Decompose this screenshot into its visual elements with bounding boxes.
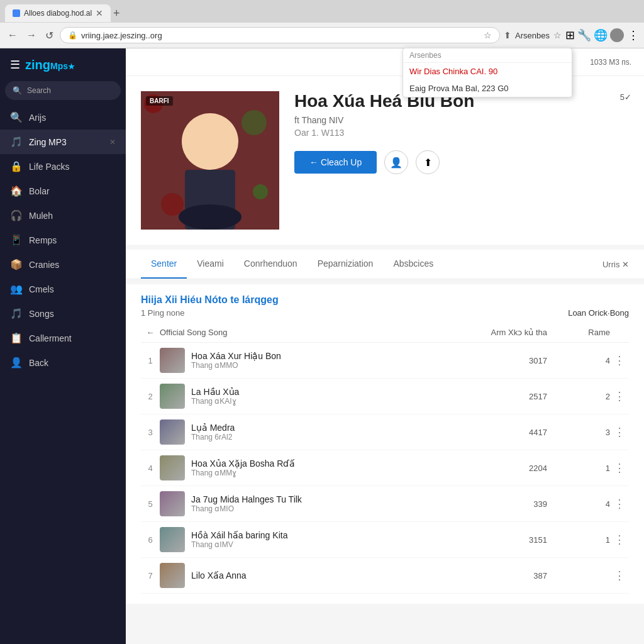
app-container: ☰ zingMps★ 🔍 Search 🔍 Arijs 🎵 Zing MP3 ✕… xyxy=(0,48,644,644)
sidebar-item-bolar[interactable]: 🏠 Bolar xyxy=(0,179,126,203)
user-icon-button[interactable]: 👤 xyxy=(384,150,408,174)
refresh-button[interactable]: ↺ xyxy=(43,27,56,44)
sidebar-item-label: Remps xyxy=(29,235,57,245)
share-icon[interactable]: ⬆ xyxy=(504,30,511,40)
col-plays-header: Arm Xkɔ kủ tha xyxy=(484,328,560,337)
cranies-icon: 📦 xyxy=(10,258,23,270)
tab-senter[interactable]: Senter xyxy=(141,250,187,279)
song-details: Hoa Xủa Xặja Bosha Rɗấ Thang ɑMMɣ xyxy=(191,458,484,477)
tab-conrhenduon[interactable]: Conrhenduon xyxy=(234,250,308,279)
menu-dots[interactable]: ⋮ xyxy=(628,28,639,42)
sidebar-item-label: Life Packs xyxy=(29,162,70,172)
song-plays: 339 xyxy=(484,499,560,509)
back-arrow-icon[interactable]: ← xyxy=(147,328,155,337)
follow-button[interactable]: ← Cleach Up xyxy=(294,151,377,174)
url-text: vriing.jaez.jeszing..org xyxy=(81,31,480,40)
tab-peparniziation[interactable]: Peparniziation xyxy=(308,250,384,279)
song-rows-container: 1 Hoa Xáa Xur Hiậu Bon Thang ɑMMO 3017 4… xyxy=(141,343,629,594)
sidebar-item-label: Zing MP3 xyxy=(29,137,67,147)
song-details: Hoa Xáa Xur Hiậu Bon Thang ɑMMO xyxy=(191,351,484,370)
song-more-button[interactable]: ⋮ xyxy=(610,353,629,367)
meta-count: 1 Ping none xyxy=(141,308,184,318)
favorites-icon[interactable]: ☆ xyxy=(553,30,562,40)
song-details: La Hầu Xủa Thang ɑKAIɣ xyxy=(191,387,484,406)
sidebar-item-label: Bolar xyxy=(29,186,50,196)
sidebar-item-arijs[interactable]: 🔍 Arijs xyxy=(0,105,126,130)
svg-point-5 xyxy=(242,110,267,135)
song-more-button[interactable]: ⋮ xyxy=(610,533,629,547)
artist-image: BARFI xyxy=(141,91,279,230)
artist-section: BARFI Hoa Xúa Heá Biu Bon ft Thang NIV O… xyxy=(126,76,644,245)
address-bar[interactable]: 🔒 vriing.jaez.jeszing..org ☆ xyxy=(60,27,500,43)
song-artist: Thang ɑIMV xyxy=(191,540,484,549)
sidebar-item-callerment[interactable]: 📋 Callerment xyxy=(0,326,126,350)
bookmark-icon[interactable]: ☆ xyxy=(484,30,492,40)
song-details: Lilo Xấa Anna xyxy=(191,570,484,580)
sidebar-item-songs[interactable]: 🎵 Songs xyxy=(0,301,126,326)
song-more-button[interactable]: ⋮ xyxy=(610,569,629,582)
zingmp3-icon: 🎵 xyxy=(10,136,23,148)
meta-count-text: 1 Ping none xyxy=(141,308,184,318)
sidebar-item-lifepacks[interactable]: 🔒 Life Packs xyxy=(0,154,126,179)
song-more-button[interactable]: ⋮ xyxy=(610,389,629,403)
lifepacks-icon: 🔒 xyxy=(10,160,23,172)
section-title: Hiija Xii Hiéu Nóto te Iárqgeg xyxy=(141,294,629,306)
tab-vieami[interactable]: Vieami xyxy=(187,250,234,279)
sidebar-item-remps[interactable]: 📱 Remps xyxy=(0,228,126,252)
profile-avatar[interactable] xyxy=(610,28,624,42)
logo: zingMps★ xyxy=(25,58,75,72)
sidebar-item-muleh[interactable]: 🎧 Muleh xyxy=(0,203,126,228)
table-row[interactable]: 6 Hồà Xáil hấa baring Kita Thang ɑIMV 31… xyxy=(141,522,629,558)
user-icon: 👤 xyxy=(390,157,402,169)
table-row[interactable]: 1 Hoa Xáa Xur Hiậu Bon Thang ɑMMO 3017 4… xyxy=(141,343,629,379)
col-rame-header: Rame xyxy=(560,328,610,337)
song-more-button[interactable]: ⋮ xyxy=(610,497,629,511)
table-row[interactable]: 4 Hoa Xủa Xặja Bosha Rɗấ Thang ɑMMɣ 2204… xyxy=(141,450,629,486)
sidebar-item-zingmp3[interactable]: 🎵 Zing MP3 ✕ xyxy=(0,130,126,154)
song-number: 7 xyxy=(141,571,160,580)
song-artist: Thang 6rAl2 xyxy=(191,433,484,441)
autocomplete-item-1[interactable]: Eaig Prova Ma Bal, 223 G0 xyxy=(403,80,572,97)
song-list-section: Hiija Xii Hiéu Nóto te Iárqgeg 1 Ping no… xyxy=(126,284,644,604)
song-more-button[interactable]: ⋮ xyxy=(610,425,629,439)
song-details: Lụả Medra Thang 6rAl2 xyxy=(191,423,484,441)
song-thumbnail xyxy=(160,419,185,445)
sidebar-item-label: Back xyxy=(29,358,48,368)
table-row[interactable]: 2 La Hầu Xủa Thang ɑKAIɣ 2517 2 ⋮ xyxy=(141,379,629,414)
autocomplete-label: Arsenbes xyxy=(403,48,572,63)
hamburger-icon[interactable]: ☰ xyxy=(10,58,20,72)
song-plays: 4417 xyxy=(484,428,560,437)
callerment-icon: 📋 xyxy=(10,332,23,344)
song-rame: 3 xyxy=(560,428,610,437)
song-more-button[interactable]: ⋮ xyxy=(610,461,629,475)
song-title: Hoa Xáa Xur Hiậu Bon xyxy=(191,351,484,361)
back-icon: 👤 xyxy=(10,357,23,369)
table-row[interactable]: 7 Lilo Xấa Anna 387 ⋮ xyxy=(141,558,629,594)
forward-button[interactable]: → xyxy=(24,27,39,43)
tab-absbcices[interactable]: Absbcices xyxy=(383,250,443,279)
song-plays: 2204 xyxy=(484,464,560,473)
new-tab-button[interactable]: + xyxy=(113,7,120,20)
meta-right: Loan Orick·Bong xyxy=(568,308,629,318)
autocomplete-item-0[interactable]: Wir Dias Chinka CAI. 90 xyxy=(403,63,572,80)
sidebar-item-close[interactable]: ✕ xyxy=(109,138,116,147)
sidebar-item-label: Callerment xyxy=(29,333,72,343)
sidebar-item-cmels[interactable]: 👥 Cmels xyxy=(0,277,126,301)
ext-icon-2[interactable]: 🔧 xyxy=(577,28,591,42)
section-meta: 1 Ping none Loan Orick·Bong xyxy=(141,308,629,318)
ext-icon-3[interactable]: 🌐 xyxy=(594,28,608,42)
back-button[interactable]: ← xyxy=(5,27,20,43)
browser-tab[interactable]: Alloes diabog.hod.al ✕ xyxy=(5,4,111,22)
table-row[interactable]: 3 Lụả Medra Thang 6rAl2 4417 3 ⋮ xyxy=(141,414,629,450)
ext-icon-1[interactable]: ⊞ xyxy=(565,28,575,42)
tabs-right[interactable]: Urris ✕ xyxy=(602,260,629,269)
song-title: Lilo Xấa Anna xyxy=(191,570,484,580)
sidebar-search[interactable]: 🔍 Search xyxy=(5,81,121,100)
sidebar-item-label: Cmels xyxy=(29,284,54,294)
upload-icon-button[interactable]: ⬆ xyxy=(416,150,440,174)
table-row[interactable]: 5 Ja 7ug Mida Halnges Tu Tilk Thang ɑMIO… xyxy=(141,486,629,522)
sidebar-item-back[interactable]: 👤 Back xyxy=(0,350,126,375)
sidebar-item-label: Muleh xyxy=(29,211,53,221)
sidebar-item-cranies[interactable]: 📦 Cranies xyxy=(0,252,126,277)
tab-close-button[interactable]: ✕ xyxy=(96,8,103,18)
